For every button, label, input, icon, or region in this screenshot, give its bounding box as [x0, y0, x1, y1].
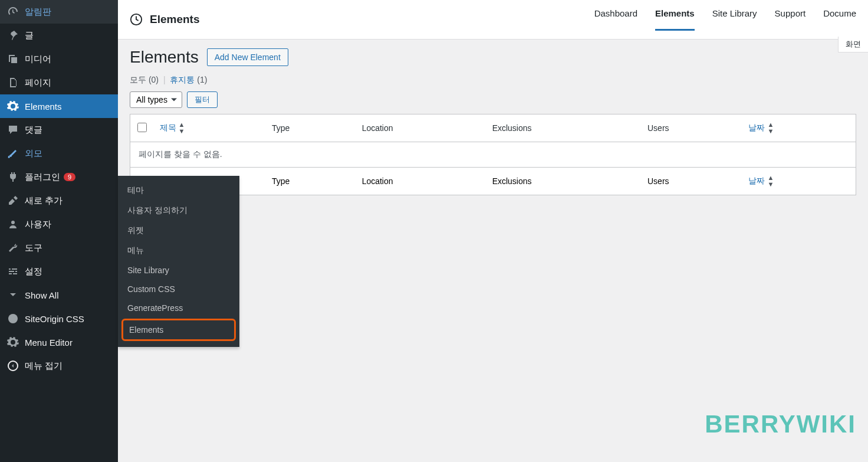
screen-options-button[interactable]: 화면: [838, 37, 868, 53]
col-date[interactable]: 날짜▲▼: [742, 114, 856, 142]
sidebar-label: Menu Editor: [25, 338, 73, 348]
sidebar-label: 댓글: [25, 124, 42, 136]
topbar: Elements Dashboard Elements Site Library…: [118, 0, 868, 40]
tools-icon: [7, 195, 19, 207]
collapse-icon: [7, 360, 19, 372]
pin-icon: [7, 30, 19, 41]
col-title[interactable]: 제목▲▼: [154, 114, 267, 142]
submenu-item-customize[interactable]: 사용자 정의하기: [118, 201, 239, 221]
nav-elements[interactable]: Elements: [655, 8, 695, 31]
sidebar-label: SiteOrigin CSS: [25, 314, 84, 324]
filter-all-count: (0): [149, 75, 159, 84]
gear-icon: [7, 336, 19, 348]
update-badge: 9: [64, 173, 75, 181]
generatepress-icon: [130, 13, 143, 26]
chevron-down-icon: [7, 289, 19, 301]
view-filters: 모두 (0) | 휴지통 (1): [130, 75, 856, 86]
gear-icon: [7, 100, 19, 112]
sidebar-label: 사용자: [25, 219, 51, 230]
sidebar-item-collapse[interactable]: 메뉴 접기: [0, 354, 118, 378]
col-exclusions: Exclusions: [486, 114, 642, 142]
filter-trash-count: (1): [197, 75, 207, 84]
sidebar-item-appearance[interactable]: 외모: [0, 142, 118, 165]
nav-dashboard[interactable]: Dashboard: [594, 8, 637, 31]
sidebar-label: 미디어: [25, 54, 51, 65]
sidebar-label: 설정: [25, 266, 42, 277]
sidebar-item-users[interactable]: 사용자: [0, 212, 118, 236]
sidebar-item-posts[interactable]: 글: [0, 24, 118, 47]
dashboard-icon: [7, 6, 19, 18]
sidebar-item-media[interactable]: 미디어: [0, 47, 118, 71]
sidebar-item-add-new[interactable]: 새로 추가: [0, 189, 118, 212]
submenu-item-site-library[interactable]: Site Library: [118, 261, 239, 280]
col-date-foot[interactable]: 날짜▲▼: [742, 168, 856, 195]
sliders-icon: [7, 266, 19, 277]
sidebar-label: 글: [25, 30, 34, 41]
col-exclusions-foot: Exclusions: [486, 168, 642, 195]
comment-icon: [7, 124, 19, 136]
sidebar-item-elements[interactable]: Elements: [0, 94, 118, 118]
submenu-item-generatepress[interactable]: GeneratePress: [118, 299, 239, 317]
page-title: Elements: [130, 48, 199, 67]
brush-icon: [7, 148, 19, 159]
submenu-item-custom-css[interactable]: Custom CSS: [118, 280, 239, 299]
sidebar-label: 페이지: [25, 77, 51, 89]
sidebar-item-comments[interactable]: 댓글: [0, 118, 118, 142]
sidebar-label: Elements: [25, 101, 62, 112]
user-icon: [7, 218, 19, 230]
watermark: BERRYWIKI: [705, 410, 856, 438]
submenu-item-widgets[interactable]: 위젯: [118, 221, 239, 241]
filter-all-label: 모두: [130, 75, 146, 84]
sidebar-item-plugins[interactable]: 플러그인 9: [0, 165, 118, 189]
empty-row: 페이지를 찾을 수 없음.: [130, 142, 856, 168]
sidebar-label: 플러그인: [25, 172, 60, 183]
col-location-foot: Location: [356, 168, 486, 195]
sidebar-item-showall[interactable]: Show All: [0, 283, 118, 307]
sidebar-item-settings[interactable]: 설정: [0, 260, 118, 283]
nav-support[interactable]: Support: [775, 8, 806, 31]
sort-icon: ▲▼: [767, 122, 774, 135]
sort-icon: ▲▼: [179, 122, 185, 135]
topbar-title: Elements: [150, 13, 199, 26]
sidebar-label: 알림판: [25, 6, 51, 18]
empty-message: 페이지를 찾을 수 없음.: [130, 142, 856, 168]
svg-point-0: [8, 314, 18, 323]
media-icon: [7, 53, 19, 65]
topbar-nav: Dashboard Elements Site Library Support …: [594, 8, 856, 31]
submenu-item-themes[interactable]: 테마: [118, 181, 239, 201]
col-type-foot: Type: [266, 168, 356, 195]
sidebar-item-dashboard[interactable]: 알림판: [0, 0, 118, 24]
type-filter-select[interactable]: All types: [130, 91, 182, 108]
filter-trash-link[interactable]: 휴지통: [170, 75, 197, 84]
sidebar-label: 외모: [25, 148, 42, 159]
sidebar-item-tools[interactable]: 도구: [0, 236, 118, 260]
separator: |: [163, 75, 166, 84]
col-users-foot: Users: [642, 168, 742, 195]
plugin-icon: [7, 171, 19, 183]
add-new-button[interactable]: Add New Element: [207, 48, 288, 66]
sidebar-item-siteorigin[interactable]: SiteOrigin CSS: [0, 307, 118, 330]
sidebar-label: 도구: [25, 243, 42, 254]
select-all-checkbox[interactable]: [137, 123, 147, 132]
admin-sidebar: 알림판 글 미디어 페이지 Elements 댓글 외모 플러그인 9 새로 추…: [0, 0, 118, 462]
filter-button[interactable]: 필터: [187, 91, 218, 108]
sort-icon: ▲▼: [767, 175, 774, 188]
wrench-icon: [7, 242, 19, 254]
nav-documentation[interactable]: Docume: [823, 8, 856, 31]
sidebar-label: 메뉴 접기: [25, 361, 63, 372]
col-users: Users: [642, 114, 742, 142]
appearance-submenu: 테마 사용자 정의하기 위젯 메뉴 Site Library Custom CS…: [118, 176, 239, 347]
submenu-item-elements[interactable]: Elements: [121, 319, 236, 341]
submenu-item-menus[interactable]: 메뉴: [118, 241, 239, 261]
nav-site-library[interactable]: Site Library: [712, 8, 757, 31]
siteorigin-icon: [7, 313, 19, 325]
col-type: Type: [266, 114, 356, 142]
page-icon: [7, 77, 19, 89]
sidebar-item-pages[interactable]: 페이지: [0, 71, 118, 94]
col-location: Location: [356, 114, 486, 142]
sidebar-label: Show All: [25, 290, 59, 300]
sidebar-item-menu-editor[interactable]: Menu Editor: [0, 330, 118, 354]
sidebar-label: 새로 추가: [25, 195, 63, 207]
